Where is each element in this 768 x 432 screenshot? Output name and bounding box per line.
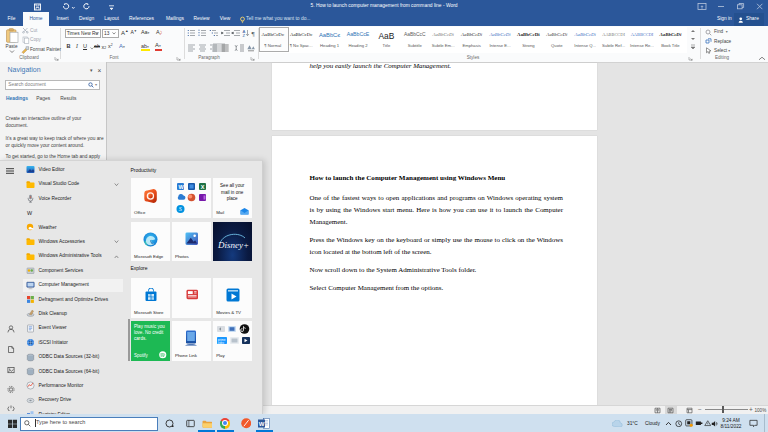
svg-text:Disney+: Disney+: [217, 239, 249, 249]
svg-text:video: video: [217, 341, 224, 345]
svg-text:X: X: [200, 184, 204, 190]
svg-text:Z: Z: [243, 33, 246, 37]
svg-text:S: S: [178, 207, 181, 213]
svg-text:¶: ¶: [252, 30, 256, 37]
svg-text:W: W: [259, 421, 265, 427]
svg-text:W: W: [178, 184, 184, 190]
